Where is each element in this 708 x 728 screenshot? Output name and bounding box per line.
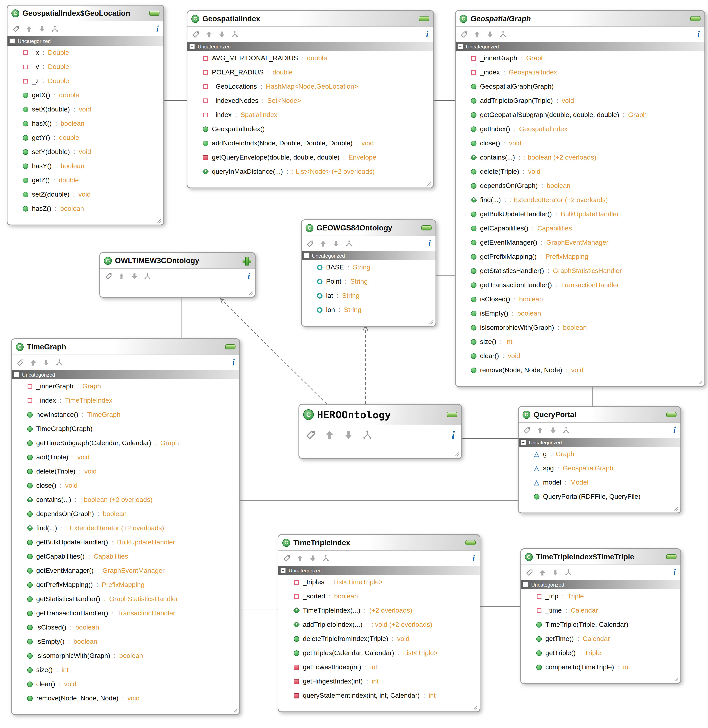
member-row[interactable]: getPrefixMapping() : PrefixMapping [456,250,704,264]
info-icon[interactable]: i [473,554,475,562]
tag-icon[interactable] [192,31,200,38]
collapse-icon[interactable]: − [303,253,309,259]
sort-down-icon[interactable] [552,569,559,576]
member-row[interactable]: isEmpty() : boolean [456,307,704,321]
sort-down-icon[interactable] [486,31,494,38]
member-row[interactable]: △model : Model [519,475,680,490]
member-row[interactable]: getTriples(Calendar, Calendar) : List<Tr… [279,646,480,660]
compartment-header[interactable]: −Uncategorized [7,36,163,46]
member-row[interactable]: addTripletoIndex(...) : : void (+2 overl… [279,618,480,632]
member-row[interactable]: add(Triple) : void [12,450,239,465]
sort-up-icon[interactable] [473,31,481,38]
class-title-bar[interactable]: CTimeGraph [12,339,239,355]
hierarchy-icon[interactable] [562,426,570,434]
compartment-header[interactable]: −Uncategorized [279,566,480,575]
minimize-button[interactable] [690,16,701,21]
member-row[interactable]: getIndex() : GeospatialIndex [456,122,704,136]
member-row[interactable]: addNodetoIndx(Node, Double, Double, Doub… [187,136,433,151]
tag-icon[interactable] [526,569,533,576]
member-row[interactable]: queryInMaxDistance(...) : : List<Node> (… [187,165,433,179]
info-icon[interactable]: i [673,568,676,577]
member-row[interactable]: close() : void [12,479,239,493]
member-row[interactable]: getZ() : double [7,173,163,187]
member-row[interactable]: setX(double) : void [7,102,163,116]
member-row[interactable]: _index : TimeTripleIndex [12,394,239,408]
member-row[interactable]: TimeTripleIndex(...) : (+2 overloads) [279,603,480,618]
member-row[interactable]: BASE : String [302,260,435,275]
member-row[interactable]: _innerGraph : Graph [12,379,239,394]
class-title-bar[interactable]: CGEOWGS84Ontology [302,220,435,236]
resize-handle-icon[interactable] [471,703,478,710]
member-row[interactable]: TimeGraph(Graph) [12,422,239,436]
member-row[interactable]: find(...) : : ExtendedIterator (+2 overl… [456,193,704,207]
member-row[interactable]: dependsOn(Graph) : boolean [456,179,704,193]
tag-icon[interactable] [460,31,468,38]
minimize-button[interactable] [225,344,235,349]
member-row[interactable]: △g : Graph [519,447,680,461]
class-title-bar[interactable]: CGeospatialIndex$GeoLocation [7,6,163,21]
hierarchy-icon[interactable] [565,569,572,576]
member-row[interactable]: clear() : void [12,677,239,692]
tag-icon[interactable] [306,240,314,247]
class-box-hero-ontology[interactable]: CHEROOntologyi [299,404,462,459]
member-row[interactable]: size() : int [456,335,704,349]
member-row[interactable]: clear() : void [456,349,704,363]
member-row[interactable]: Point : String [302,275,435,289]
sort-down-icon[interactable] [549,426,557,434]
hierarchy-icon[interactable] [144,272,151,280]
member-row[interactable]: _innerGraph : Graph [456,51,704,65]
member-row[interactable]: getPrefixMapping() : PrefixMapping [12,578,239,592]
member-row[interactable]: _triples : List<TimeTriple> [279,575,480,589]
member-row[interactable]: getTransactionHandler() : TransactionHan… [456,278,704,292]
member-row[interactable]: getTransactionHandler() : TransactionHan… [12,606,239,620]
member-row[interactable]: POLAR_RADIUS : double [187,65,433,80]
member-row[interactable]: remove(Node, Node, Node) : void [456,363,704,378]
minimize-button[interactable] [419,16,429,21]
minimize-button[interactable] [421,225,432,231]
info-icon[interactable]: i [156,25,159,33]
tag-icon[interactable] [523,426,531,434]
hierarchy-icon[interactable] [499,31,507,38]
member-row[interactable]: getHihgestIndex(int) : int [279,674,480,689]
tag-icon[interactable] [16,359,24,366]
member-row[interactable]: getStatisticsHandler() : GraphStatistics… [12,592,239,606]
class-title-bar[interactable]: COWLTIMEW3COntology [100,253,255,269]
sort-up-icon[interactable] [319,240,327,247]
class-title-bar[interactable]: CHEROOntology [299,405,461,425]
sort-up-icon[interactable] [205,31,213,38]
member-row[interactable]: getTimeSubgraph(Calendar, Calendar) : Gr… [12,436,239,450]
resize-handle-icon[interactable] [427,318,434,325]
member-row[interactable]: _time : Calendar [521,603,680,618]
member-row[interactable]: close() : void [456,136,704,151]
collapse-icon[interactable]: − [521,440,526,445]
member-row[interactable]: getCapabilities() : Capabilities [456,221,704,235]
member-row[interactable]: _GeoLocations : HashMap<Node,GeoLocation… [187,80,433,94]
sort-up-icon[interactable] [25,25,33,32]
compartment-header[interactable]: −Uncategorized [519,438,680,447]
compartment-header[interactable]: −Uncategorized [456,42,704,51]
member-row[interactable]: isClosed() : boolean [456,292,704,307]
member-row[interactable]: _sorted : boolean [279,589,480,603]
class-box-query-portal[interactable]: CQueryPortali−Uncategorized△g : Graph△sp… [518,406,681,513]
member-row[interactable]: addTripletoGraph(Triple) : void [456,94,704,108]
member-row[interactable]: getGeopatialSubgraph(double, double, dou… [456,108,704,122]
member-row[interactable]: setZ(double) : void [7,187,163,202]
member-row[interactable]: getEventManager() : GraphEventManager [456,235,704,250]
member-row[interactable]: △spg : GeospatialGraph [519,461,680,475]
hierarchy-icon[interactable] [362,430,373,440]
hierarchy-icon[interactable] [51,25,59,32]
resize-handle-icon[interactable] [453,450,460,457]
class-title-bar[interactable]: CTimeTripleIndex$TimeTriple [521,549,680,565]
member-row[interactable]: lat : String [302,289,435,303]
member-row[interactable]: delete(Triple) : void [12,465,239,479]
sort-down-icon[interactable] [218,31,226,38]
tag-icon[interactable] [105,272,112,280]
member-row[interactable]: getCapabilities() : Capabilities [12,549,239,564]
info-icon[interactable]: i [428,239,431,248]
member-row[interactable]: compareTo(TimeTriple) : int [521,660,680,674]
compartment-header[interactable]: −Uncategorized [521,580,680,589]
member-row[interactable]: _index : SpatialIndex [187,108,433,122]
sort-up-icon[interactable] [29,359,37,366]
class-title-bar[interactable]: CGeospatialIndex [187,11,433,27]
info-icon[interactable]: i [232,358,235,367]
